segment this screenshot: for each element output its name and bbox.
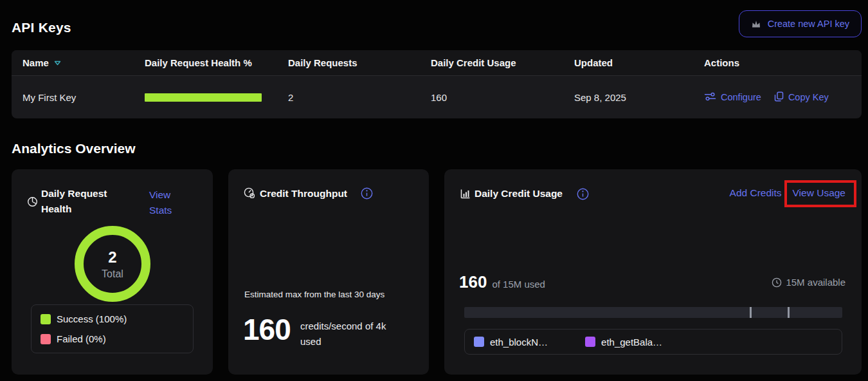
card-title: Daily Request Health [41,186,117,217]
legend-item-eth-blocknumber: eth_blockN… [474,337,548,348]
failed-swatch [41,334,51,344]
sliders-icon [704,92,716,103]
bar-chart-icon [460,189,471,199]
info-icon[interactable] [361,187,373,200]
eth-getbalance-swatch [585,337,595,347]
page-title: API Keys [12,20,71,35]
daily-requests-value: 2 [288,92,431,103]
info-icon[interactable] [577,188,589,200]
column-header-actions: Actions [704,57,851,68]
donut-total-label: Total [102,268,123,280]
credit-usage-progress-bar [464,307,842,318]
legend-item-eth-getbalance: eth_getBala… [585,337,662,348]
view-stats-link[interactable]: View Stats [149,187,183,218]
progress-tick [788,307,790,318]
daily-request-health-card: Daily Request Health View Stats 2 Total … [12,169,213,375]
success-swatch [41,314,51,324]
analytics-title: Analytics Overview [12,141,136,156]
donut-total-value: 2 [108,248,116,266]
eth-blocknumber-swatch [474,337,484,347]
credits-available-line: 15M available [772,277,845,288]
credits-available-label: 15M available [786,277,845,288]
configure-button[interactable]: Configure [704,92,761,103]
credits-used-line: 160 of 15M used [459,272,545,292]
table-row: My First Key 2 160 Sep 8, 2025 Configure… [12,76,862,118]
column-header-name[interactable]: Name [23,57,145,68]
daily-credit-usage-value: 160 [431,92,574,103]
credits-used-value: 160 [459,272,487,292]
card-title: Daily Credit Usage [475,188,563,200]
card-title: Credit Throughput [260,188,347,200]
key-name: My First Key [23,92,145,103]
api-keys-table: Name Daily Request Health % Daily Reques… [12,50,862,118]
throughput-caption: Estimated max from the last 30 days [244,290,384,299]
clock-icon [772,277,782,288]
column-header-credit-usage: Daily Credit Usage [431,57,574,68]
create-api-key-button[interactable]: Create new API key [739,10,862,37]
progress-tick [750,307,752,318]
throughput-unit: credits/second of 4k used [300,319,408,349]
throughput-value: 160 [243,312,291,347]
credits-used-caption: of 15M used [492,279,545,290]
column-header-updated: Updated [574,57,704,68]
health-bar [145,93,262,102]
add-credits-link[interactable]: Add Credits [730,187,782,199]
daily-credit-usage-card: Daily Credit Usage Add Credits View Usag… [444,169,862,375]
usage-legend: eth_blockN… eth_getBala… [464,329,842,355]
request-health-donut: 2 Total [74,225,151,302]
column-header-requests: Daily Requests [288,57,431,68]
health-bar-cell [145,93,288,102]
actions-cell: Configure Copy Key [704,91,851,104]
dashboard-page: { "colors": { "accent_blue": "#6472ef", … [0,0,868,381]
health-legend: Success (100%) Failed (0%) [31,304,194,353]
copy-icon [774,91,784,104]
copy-key-button[interactable]: Copy Key [774,91,829,104]
table-header-row: Name Daily Request Health % Daily Reques… [12,50,862,76]
pie-chart-icon [27,196,38,207]
updated-value: Sep 8, 2025 [574,92,704,103]
usage-card-links: Add Credits View Usage [730,187,845,199]
create-api-key-label: Create new API key [768,19,849,29]
view-usage-link[interactable]: View Usage [793,187,845,199]
column-header-health: Daily Request Health % [145,57,288,68]
sort-chevron-icon[interactable] [54,60,61,66]
legend-item-failed: Failed (0%) [41,333,184,344]
legend-item-success: Success (100%) [41,313,184,324]
credit-throughput-card: Credit Throughput Estimated max from the… [228,169,429,375]
crown-icon [751,19,761,28]
gauge-icon [244,187,255,199]
